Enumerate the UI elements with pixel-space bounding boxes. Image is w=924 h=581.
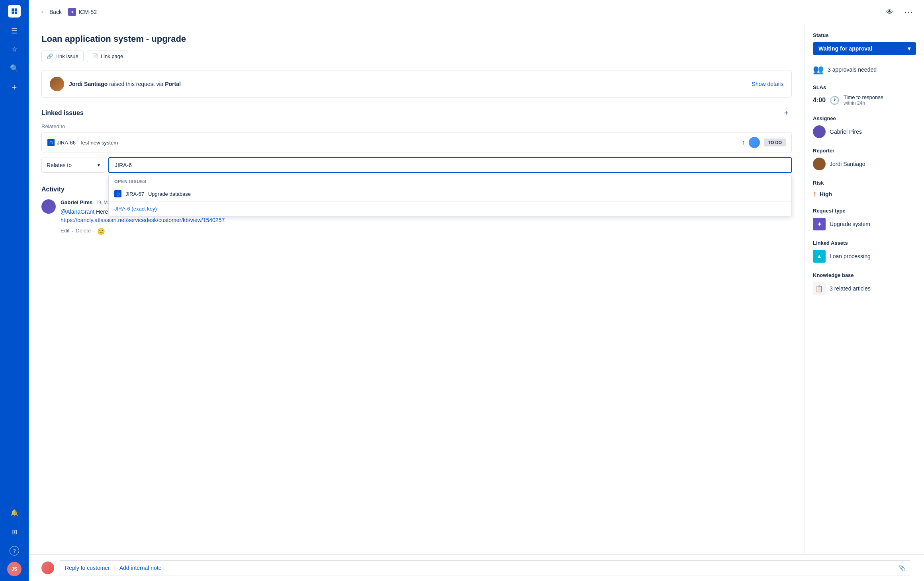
sidebar-item-notifications[interactable]: 🔔 [6, 505, 22, 521]
approvals-icon: 👥 [813, 64, 824, 75]
reply-to-customer-button[interactable]: Reply to customer [65, 565, 110, 571]
issue-search-dropdown: OPEN ISSUES ⊡ JIRA-67 Upgrade database J… [108, 175, 792, 216]
approvals-row: 👥 3 approvals needed [813, 64, 916, 75]
apps-icon: ⊞ [12, 528, 17, 536]
requester-avatar [50, 77, 64, 91]
reporter-name: Jordi Santiago [830, 161, 865, 167]
issue-search-input[interactable] [108, 157, 792, 173]
sla-label: SLAs [813, 84, 916, 90]
request-type-row: ✦ Upgrade system [813, 218, 916, 230]
back-label: Back [49, 9, 62, 15]
status-badge: TO DO [764, 138, 786, 146]
link-page-button[interactable]: 📄 Link page [87, 51, 128, 62]
linked-asset-row: ▲ Loan processing [813, 250, 916, 263]
activity-link[interactable]: https://bancly.atlassian.net/servicedesk… [61, 217, 225, 223]
risk-value: High [820, 191, 832, 197]
issue-id: JIRA-66 [57, 140, 76, 146]
linked-assets-section: Linked Assets ▲ Loan processing [813, 240, 916, 263]
assignee-avatar [813, 125, 826, 138]
delete-activity-button[interactable]: Delete [76, 228, 91, 235]
attachment-button[interactable]: 📎 [899, 565, 905, 571]
relates-to-label: Relates to [47, 162, 72, 168]
reporter-section: Reporter Jordi Santiago [813, 148, 916, 170]
risk-high-icon: ↑ [813, 190, 816, 198]
sla-description: Time to response [844, 94, 883, 100]
request-type-section: Request type ✦ Upgrade system [813, 208, 916, 230]
show-details-button[interactable]: Show details [752, 81, 783, 87]
issue-summary: Test new system [80, 140, 738, 146]
reply-divider: / [114, 565, 116, 571]
kb-icon: 📋 [813, 282, 826, 295]
reporter-label: Reporter [813, 148, 916, 154]
exact-key-label: JIRA-6 (exact key) [114, 206, 157, 212]
approvals-text: 3 approvals needed [828, 66, 877, 73]
priority-icon: ↑ [742, 139, 745, 146]
action-buttons: 🔗 Link issue 📄 Link page [41, 51, 792, 62]
emoji-reaction-button[interactable]: 🙂 [97, 228, 105, 235]
sidebar-item-create[interactable]: + [6, 80, 22, 96]
issue-row-right: ↑ TO DO [742, 137, 786, 148]
link-input-row: Relates to ▾ OPEN ISSUES ⊡ JIRA-67 Upgra… [41, 157, 792, 173]
sidebar-item-apps[interactable]: ⊞ [6, 524, 22, 540]
assignee-mini-avatar [749, 137, 760, 148]
issue-key-icon: ⊡ [47, 139, 55, 146]
topbar-left: ← Back ✦ ICM-52 [37, 6, 878, 18]
reply-bar: Reply to customer / Add internal note 📎 [29, 554, 924, 581]
reply-input-area[interactable]: Reply to customer / Add internal note 📎 [59, 560, 911, 575]
app-logo[interactable] [8, 5, 21, 18]
link-icon: 🔗 [47, 53, 53, 59]
sla-within: within 24h [844, 100, 883, 106]
more-options-button[interactable]: ··· [902, 5, 916, 19]
assignee-section: Assignee Gabriel Pires [813, 115, 916, 138]
request-type-icon: ✦ [813, 218, 826, 230]
linked-issues-section: Linked issues + Related to ⊡ JIRA-66 Tes… [41, 107, 792, 173]
add-linked-issue-button[interactable]: + [781, 107, 792, 119]
asset-name: Loan processing [830, 253, 871, 259]
issue-id-badge[interactable]: ✦ ICM-52 [68, 8, 97, 16]
link-issue-button[interactable]: 🔗 Link issue [41, 51, 84, 62]
kb-articles-text: 3 related articles [830, 285, 871, 292]
sla-text-group: Time to response within 24h [844, 94, 883, 106]
sidebar-item-search[interactable]: 🔍 [6, 60, 22, 76]
sla-section: SLAs 4:00 🕐 Time to response within 24h [813, 84, 916, 106]
linked-issue-row: ⊡ JIRA-66 Test new system ↑ TO DO [41, 133, 792, 152]
sla-time: 4:00 [813, 97, 826, 104]
relates-to-select[interactable]: Relates to ▾ [41, 158, 105, 173]
back-arrow-icon: ← [40, 8, 47, 16]
topbar: ← Back ✦ ICM-52 👁 ··· [29, 0, 924, 24]
open-issues-label: OPEN ISSUES [109, 175, 791, 186]
dropdown-item-jira67[interactable]: ⊡ JIRA-67 Upgrade database [109, 186, 791, 201]
status-dropdown[interactable]: Waiting for approval ▾ [813, 42, 916, 55]
back-button[interactable]: ← Back [37, 6, 65, 18]
reporter-row: Jordi Santiago [813, 158, 916, 170]
chevron-down-icon: ▾ [98, 162, 100, 168]
edit-activity-button[interactable]: Edit [61, 228, 69, 235]
sidebar-item-help[interactable]: ? [6, 543, 22, 559]
status-section: Status Waiting for approval ▾ [813, 32, 916, 55]
sidebar-menu-toggle[interactable]: ☰ [7, 24, 22, 38]
main-panel: ← Back ✦ ICM-52 👁 ··· Loan application s… [29, 0, 924, 581]
ellipsis-icon: ··· [904, 8, 914, 17]
section-header: Linked issues + [41, 107, 792, 119]
page-icon: 📄 [92, 53, 98, 59]
user-initials: JS [12, 566, 18, 572]
watch-button[interactable]: 👁 [883, 5, 897, 19]
status-value: Waiting for approval [818, 45, 872, 52]
add-internal-note-button[interactable]: Add internal note [119, 565, 162, 571]
create-icon: + [12, 82, 17, 93]
dropdown-item-key: JIRA-67 [125, 191, 144, 197]
asset-icon: ▲ [813, 250, 826, 263]
sidebar-item-starred[interactable]: ☆ [6, 41, 22, 57]
page-title: Loan application system - upgrade [41, 34, 792, 44]
activity-mention[interactable]: @AlanaGrant [61, 209, 94, 215]
action-separator: · [72, 228, 73, 235]
activity-avatar [41, 199, 56, 214]
activity-author: Gabriel Pires [61, 199, 92, 205]
reporter-avatar [813, 158, 826, 170]
user-avatar[interactable]: JS [7, 562, 22, 576]
dropdown-item-summary: Upgrade database [148, 191, 191, 197]
chevron-down-icon: ▾ [908, 45, 910, 52]
dropdown-item-exact[interactable]: JIRA-6 (exact key) [109, 201, 791, 216]
requester-name: Jordi Santiago [69, 81, 108, 87]
right-panel: Status Waiting for approval ▾ 👥 3 approv… [805, 24, 924, 554]
